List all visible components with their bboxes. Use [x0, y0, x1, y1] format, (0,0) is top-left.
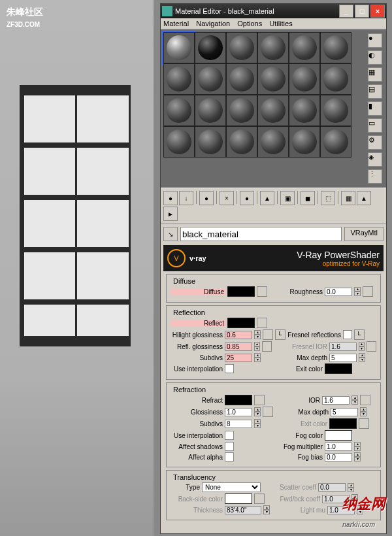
fogbias-input[interactable]: [325, 453, 352, 461]
refract-map-button[interactable]: [254, 395, 265, 405]
material-slot[interactable]: [163, 32, 195, 63]
material-slot[interactable]: [289, 126, 320, 158]
diffuse-map-button[interactable]: [257, 286, 267, 297]
subdivs-input[interactable]: [225, 420, 252, 428]
exit-swatch[interactable]: [325, 363, 352, 374]
spinner[interactable]: ▴▾: [354, 452, 361, 461]
material-slot[interactable]: [320, 63, 351, 95]
material-slot[interactable]: [226, 32, 257, 63]
fogcolor-swatch[interactable]: [325, 430, 352, 441]
gloss-map-button[interactable]: [263, 407, 273, 417]
fogmult-input[interactable]: [325, 443, 352, 451]
material-type-button[interactable]: VRayMtl: [344, 227, 384, 241]
spinner[interactable]: ▴▾: [351, 395, 358, 405]
material-slot[interactable]: [320, 32, 351, 63]
maxdepth-input[interactable]: [331, 408, 358, 416]
options-icon[interactable]: ⚙: [368, 135, 382, 150]
material-slot[interactable]: [163, 95, 195, 126]
gloss-input[interactable]: [225, 408, 252, 416]
spinner[interactable]: ▴▾: [254, 342, 260, 351]
hilight-map-button[interactable]: [263, 329, 273, 340]
subdivs-input[interactable]: [225, 354, 252, 362]
spinner[interactable]: ▴▾: [354, 442, 361, 451]
get-material-icon[interactable]: ●: [163, 191, 178, 205]
uv-tiling-icon[interactable]: ▤: [368, 84, 382, 99]
pick-icon[interactable]: ↘: [163, 227, 178, 241]
fresnel-ior-input[interactable]: [329, 343, 357, 351]
spinner[interactable]: ▴▾: [359, 353, 365, 362]
material-slot[interactable]: [320, 126, 351, 158]
show-end-result-icon[interactable]: ▦: [341, 191, 355, 205]
useinterp-checkbox[interactable]: [225, 431, 234, 440]
maximize-button[interactable]: □: [355, 5, 369, 18]
spinner[interactable]: ▴▾: [348, 483, 354, 492]
ior-map-button[interactable]: [360, 395, 370, 405]
material-map-icon[interactable]: ⋮: [368, 169, 382, 184]
material-slot[interactable]: [289, 32, 320, 63]
close-button[interactable]: ×: [370, 5, 385, 18]
background-icon[interactable]: ▦: [368, 67, 382, 82]
make-unique-icon[interactable]: ▲: [260, 191, 274, 205]
put-to-scene-icon[interactable]: ↓: [179, 191, 193, 205]
material-slot[interactable]: [257, 63, 289, 95]
backlight-icon[interactable]: ◐: [368, 50, 382, 65]
spinner[interactable]: ▴▾: [360, 407, 367, 416]
roughness-input[interactable]: [325, 288, 352, 296]
spinner[interactable]: ▴▾: [359, 342, 365, 351]
reflgloss-map-button[interactable]: [262, 341, 272, 352]
menu-navigation[interactable]: Navigation: [196, 20, 230, 27]
exit-map-button[interactable]: [359, 418, 369, 429]
material-slot[interactable]: [195, 32, 226, 63]
reflgloss-input[interactable]: [225, 343, 252, 351]
material-slot[interactable]: [195, 126, 226, 158]
titlebar[interactable]: Material Editor - black_material _ □ ×: [161, 4, 386, 18]
hilight-input[interactable]: [225, 331, 252, 339]
material-slot[interactable]: [195, 95, 226, 126]
material-slot[interactable]: [195, 63, 226, 95]
lock-button[interactable]: L: [275, 329, 286, 340]
affectshadows-checkbox[interactable]: [225, 442, 234, 451]
useinterp-checkbox[interactable]: [225, 364, 234, 373]
video-check-icon[interactable]: ▮: [368, 101, 382, 116]
material-slot[interactable]: [257, 95, 289, 126]
go-forward-icon[interactable]: ►: [163, 207, 178, 221]
put-library-icon[interactable]: ▣: [280, 191, 295, 205]
backcolor-map-button[interactable]: [254, 494, 265, 504]
minimize-button[interactable]: _: [339, 5, 353, 18]
preview-icon[interactable]: ▭: [368, 118, 382, 133]
sample-type-icon[interactable]: ●: [368, 33, 382, 48]
material-slot[interactable]: [289, 63, 320, 95]
material-effects-icon[interactable]: ◼: [301, 191, 315, 205]
spinner[interactable]: ▴▾: [254, 419, 261, 428]
diffuse-swatch[interactable]: [227, 286, 255, 297]
backcolor-swatch[interactable]: [225, 494, 252, 504]
material-name-input[interactable]: [180, 227, 342, 241]
material-slot[interactable]: [163, 63, 195, 95]
refract-swatch[interactable]: [225, 395, 252, 405]
menu-options[interactable]: Options: [237, 20, 262, 27]
maxdepth-input[interactable]: [329, 354, 357, 362]
roughness-map-button[interactable]: [363, 286, 373, 297]
material-slot[interactable]: [257, 126, 289, 158]
reflect-swatch[interactable]: [227, 318, 255, 328]
fresnel-ior-map-button[interactable]: [367, 341, 376, 352]
assign-icon[interactable]: ●: [199, 191, 214, 205]
material-slot[interactable]: [226, 63, 257, 95]
reset-icon[interactable]: ×: [220, 191, 234, 205]
material-slot[interactable]: [226, 126, 257, 158]
menu-utilities[interactable]: Utilities: [269, 20, 292, 27]
ior-input[interactable]: [322, 396, 350, 405]
scatter-input[interactable]: [318, 483, 346, 492]
thickness-input[interactable]: [225, 506, 261, 514]
menu-material[interactable]: Material: [163, 20, 189, 27]
material-slot[interactable]: [226, 95, 257, 126]
spinner[interactable]: ▴▾: [254, 407, 261, 416]
material-slot[interactable]: [289, 95, 320, 126]
fresnel-checkbox[interactable]: [343, 330, 352, 339]
reflect-map-button[interactable]: [257, 318, 267, 328]
material-slot[interactable]: [163, 126, 195, 158]
spinner[interactable]: ▴▾: [254, 353, 261, 362]
make-copy-icon[interactable]: ●: [240, 191, 254, 205]
spinner[interactable]: ▴▾: [263, 505, 270, 514]
show-map-icon[interactable]: ⬚: [321, 191, 335, 205]
